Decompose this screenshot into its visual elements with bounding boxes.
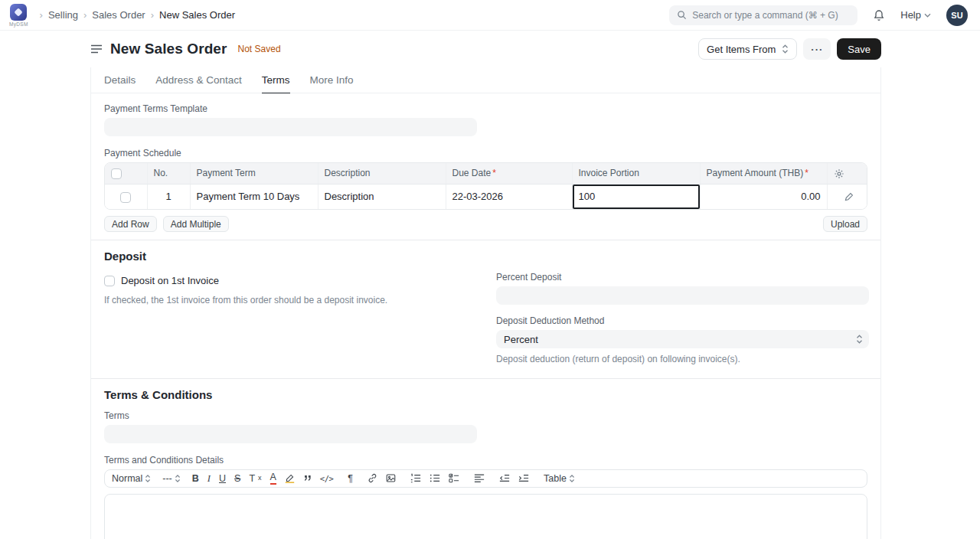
highlighter-icon (285, 473, 295, 483)
app-logo-icon (10, 4, 27, 21)
underline-button[interactable]: U (219, 474, 226, 484)
highlight-button[interactable] (285, 473, 295, 483)
chevron-updown-icon (569, 474, 575, 483)
ordered-list-button[interactable] (410, 473, 421, 483)
text-editor-toolbar: Normal --- B I U S Tx A </> (104, 469, 867, 488)
menu-button[interactable]: ··· (803, 38, 831, 60)
chevron-down-icon (924, 13, 931, 18)
get-items-from-button[interactable]: Get Items From (698, 38, 797, 60)
search-placeholder: Search or type a command (⌘ + G) (692, 10, 838, 21)
row-index[interactable]: 1 (147, 184, 190, 209)
grid-settings-button[interactable] (834, 168, 844, 179)
page-container: New Sales Order Not Saved Get Items From… (90, 31, 881, 539)
help-label: Help (900, 9, 921, 21)
breadcrumb-selling[interactable]: Selling (48, 9, 78, 21)
col-header-invoice-portion: Invoice Portion (572, 163, 700, 184)
chevron-updown-icon (856, 334, 863, 345)
checklist-button[interactable] (449, 473, 459, 483)
invoice-portion-cell[interactable]: 100 (572, 184, 700, 209)
required-asterisk: * (805, 168, 808, 178)
tab-address-contact[interactable]: Address & Contact (155, 67, 242, 93)
bell-icon (873, 9, 885, 21)
notifications-button[interactable] (873, 9, 885, 21)
outdent-icon (499, 473, 510, 483)
deposit-checkbox-help: If checked, the 1st invoice from this or… (104, 294, 477, 307)
get-items-from-label: Get Items From (707, 44, 776, 55)
insert-link-button[interactable] (368, 473, 377, 483)
divider-select[interactable]: --- (162, 474, 181, 484)
col-header-description: Description (318, 163, 446, 184)
grid-footer: Add Row Add Multiple Upload (104, 216, 867, 232)
breadcrumb-sales-order[interactable]: Sales Order (92, 9, 145, 21)
breadcrumb-separator: › (83, 9, 87, 21)
save-button[interactable]: Save (837, 38, 881, 60)
deposit-on-first-invoice-checkbox[interactable] (104, 276, 115, 286)
table-select[interactable]: Table (544, 474, 575, 484)
insert-image-button[interactable] (386, 473, 396, 483)
deduction-method-select[interactable]: Percent (496, 330, 869, 348)
deduction-method-value: Percent (504, 334, 538, 345)
bullet-list-button[interactable] (430, 473, 440, 483)
terms-section: Terms & Conditions Terms Terms and Condi… (91, 378, 880, 539)
percent-deposit-label: Percent Deposit (496, 272, 869, 283)
indent-button[interactable] (518, 473, 529, 483)
form-card: Details Address & Contact Terms More Inf… (90, 67, 881, 539)
indent-icon (518, 473, 529, 483)
pencil-icon (844, 192, 854, 202)
add-row-button[interactable]: Add Row (104, 216, 157, 232)
required-asterisk: * (492, 168, 496, 178)
deposit-right-column: Percent Deposit Deposit Deduction Method… (496, 272, 869, 366)
user-avatar[interactable]: SU (946, 5, 968, 26)
sidebar-toggle-button[interactable] (90, 44, 103, 54)
col-header-payment-term: Payment Term (190, 163, 318, 184)
payment-terms-template-label: Payment Terms Template (104, 103, 867, 114)
payment-terms-template-input[interactable] (104, 118, 477, 136)
tab-details[interactable]: Details (104, 67, 136, 93)
deposit-section: Deposit Deposit on 1st Invoice If checke… (91, 240, 880, 378)
chevron-updown-icon (145, 474, 151, 483)
terms-editor-content[interactable] (104, 494, 867, 539)
tab-terms[interactable]: Terms (262, 67, 290, 93)
payment-term-cell[interactable]: Payment Term 10 Days (190, 184, 318, 209)
breadcrumb-separator: › (151, 9, 154, 21)
breadcrumb-separator: › (40, 9, 43, 21)
text-color-button[interactable]: A (270, 472, 276, 485)
grid-header-row: No. Payment Term Description Due Date* I… (105, 163, 867, 184)
bold-button[interactable]: B (192, 474, 199, 484)
payment-schedule-row: 1 Payment Term 10 Days Description 22-03… (105, 184, 867, 209)
edit-row-button[interactable] (844, 192, 854, 202)
global-search-input[interactable]: Search or type a command (⌘ + G) (669, 5, 858, 25)
navbar-right: Search or type a command (⌘ + G) Help SU (669, 5, 968, 26)
italic-button[interactable]: I (207, 474, 211, 484)
blockquote-button[interactable] (303, 474, 312, 482)
bullet-list-icon (430, 473, 440, 483)
add-multiple-button[interactable]: Add Multiple (163, 216, 229, 232)
deduction-method-help: Deposit deduction (return of deposit) on… (496, 353, 869, 366)
app-logo[interactable]: MyDSM (9, 4, 28, 27)
payment-amount-cell[interactable]: 0.00 (700, 184, 827, 209)
deposit-left-column: Deposit on 1st Invoice If checked, the 1… (104, 272, 477, 366)
checklist-icon (449, 473, 459, 483)
due-date-cell[interactable]: 22-03-2026 (446, 184, 572, 209)
col-header-no: No. (147, 163, 190, 184)
select-all-checkbox[interactable] (111, 168, 122, 179)
upload-button[interactable]: Upload (823, 216, 867, 232)
strikethrough-button[interactable]: S (234, 474, 240, 484)
row-checkbox[interactable] (120, 192, 131, 203)
terms-input[interactable] (104, 425, 477, 443)
code-button[interactable]: </> (320, 475, 333, 483)
terms-details-label: Terms and Conditions Details (104, 455, 867, 466)
paragraph-mark-button[interactable]: ¶ (348, 474, 353, 484)
clear-format-button[interactable]: Tx (249, 474, 261, 484)
percent-deposit-input[interactable] (496, 286, 869, 305)
description-cell[interactable]: Description (318, 184, 446, 209)
deposit-heading: Deposit (104, 250, 867, 263)
paragraph-style-select[interactable]: Normal (112, 474, 151, 484)
outdent-button[interactable] (499, 473, 510, 483)
tab-more-info[interactable]: More Info (310, 67, 354, 93)
terms-label: Terms (104, 410, 867, 421)
deposit-on-first-invoice-label[interactable]: Deposit on 1st Invoice (121, 275, 219, 286)
align-button[interactable] (474, 473, 485, 483)
breadcrumb-new-sales-order: New Sales Order (159, 9, 235, 21)
help-menu-button[interactable]: Help (900, 9, 931, 21)
